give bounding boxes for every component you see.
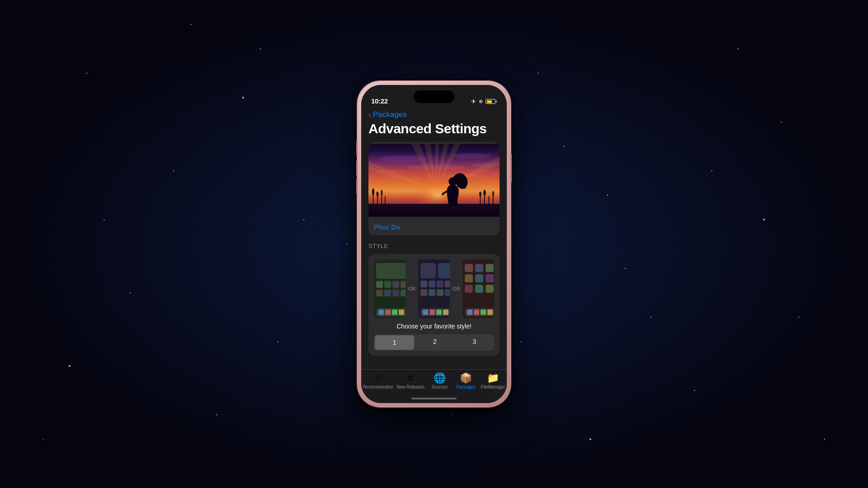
- style-previews: › OR: [374, 259, 494, 318]
- svg-rect-28: [488, 196, 489, 206]
- tab-filemanager[interactable]: 📁 FileManager: [481, 373, 505, 389]
- style-btn-3[interactable]: 3: [455, 334, 494, 351]
- tab-sources[interactable]: 🌐 Sources: [428, 373, 451, 389]
- svg-rect-64: [443, 310, 448, 315]
- status-icons: ✈ ⊕: [471, 98, 497, 105]
- svg-rect-58: [437, 289, 443, 296]
- style-preview-3[interactable]: [462, 259, 494, 318]
- style-card: › OR: [368, 254, 500, 356]
- hero-image: [368, 142, 500, 219]
- svg-rect-19: [377, 195, 378, 206]
- battery-tip: [496, 100, 497, 103]
- back-chevron-icon: ‹: [368, 111, 371, 119]
- svg-rect-68: [486, 264, 494, 272]
- svg-rect-23: [385, 196, 386, 206]
- svg-rect-70: [475, 274, 483, 282]
- svg-rect-71: [486, 274, 494, 282]
- battery-icon: [486, 99, 497, 104]
- filemanager-label: FileManager: [481, 385, 505, 389]
- airplane-icon: ✈: [471, 98, 476, 105]
- home-indicator: [411, 398, 457, 399]
- svg-rect-34: [376, 281, 383, 288]
- style-preview-1[interactable]: ›: [374, 259, 406, 318]
- svg-rect-62: [429, 310, 435, 315]
- status-time: 10:22: [371, 97, 388, 105]
- svg-rect-72: [465, 285, 473, 293]
- packages-icon: 📦: [460, 373, 472, 383]
- scroll-area[interactable]: ‹ Packages Advanced Settings: [361, 108, 507, 369]
- svg-rect-38: [376, 290, 383, 296]
- style-preview-2[interactable]: [418, 259, 450, 318]
- svg-rect-50: [420, 263, 436, 278]
- back-label[interactable]: Packages: [373, 110, 407, 119]
- svg-rect-52: [420, 281, 427, 287]
- svg-rect-45: [392, 310, 397, 315]
- svg-rect-40: [392, 290, 399, 296]
- hero-card: Phuc Do: [368, 142, 500, 235]
- svg-point-27: [483, 190, 486, 196]
- svg-rect-29: [493, 195, 494, 206]
- style-caption: Choose your favorite style!: [374, 323, 494, 330]
- packages-label: Packages: [456, 385, 475, 389]
- svg-point-11: [407, 165, 467, 170]
- battery-body: [486, 99, 495, 104]
- svg-rect-73: [475, 285, 483, 293]
- svg-rect-77: [474, 310, 479, 315]
- svg-rect-39: [384, 290, 391, 296]
- phone-frame: 10:22 ✈ ⊕ ‹ Packa: [358, 81, 510, 407]
- svg-rect-69: [465, 274, 473, 282]
- svg-point-22: [381, 190, 382, 196]
- filemanager-icon: 📁: [487, 373, 499, 383]
- svg-rect-59: [445, 289, 450, 296]
- svg-rect-41: [401, 290, 406, 296]
- svg-rect-56: [420, 289, 427, 296]
- page-title: Advanced Settings: [361, 119, 507, 142]
- back-navigation[interactable]: ‹ Packages: [361, 108, 507, 119]
- sunset-illustration: [368, 142, 500, 219]
- sources-label: Sources: [431, 385, 447, 389]
- svg-rect-44: [385, 310, 391, 315]
- svg-rect-46: [399, 310, 404, 315]
- battery-fill: [487, 100, 492, 103]
- wifi-icon: ⊕: [479, 99, 483, 104]
- new-releases-label: New Releases: [396, 385, 425, 389]
- svg-rect-36: [392, 281, 399, 288]
- hero-author-link[interactable]: Phuc Do: [368, 219, 500, 235]
- svg-point-10: [452, 153, 491, 158]
- svg-rect-67: [475, 264, 483, 272]
- tab-new-releases[interactable]: ≡ New Releases: [396, 373, 425, 389]
- svg-rect-35: [384, 281, 391, 288]
- svg-rect-66: [465, 264, 473, 272]
- svg-rect-24: [480, 195, 481, 206]
- svg-point-12: [375, 170, 405, 174]
- svg-rect-79: [487, 310, 493, 315]
- svg-rect-78: [481, 310, 486, 315]
- svg-point-20: [377, 192, 379, 197]
- svg-rect-26: [484, 194, 485, 206]
- tab-packages[interactable]: 📦 Packages: [454, 373, 477, 389]
- tab-recommended[interactable]: ☆ Recommended: [363, 373, 393, 389]
- or-label-2: OR: [453, 286, 460, 291]
- svg-rect-54: [437, 281, 443, 287]
- svg-rect-21: [381, 194, 382, 206]
- svg-point-30: [492, 191, 494, 196]
- style-btn-2[interactable]: 2: [415, 334, 454, 351]
- dynamic-island: [414, 90, 454, 103]
- svg-rect-63: [436, 310, 442, 315]
- style-section: STYLE: [361, 235, 507, 356]
- svg-point-18: [372, 188, 375, 195]
- new-releases-icon: ≡: [407, 373, 413, 383]
- svg-point-9: [379, 155, 426, 162]
- svg-rect-33: [376, 263, 406, 279]
- sources-icon: 🌐: [434, 373, 446, 383]
- svg-rect-51: [438, 263, 450, 278]
- style-section-label: STYLE: [368, 243, 500, 249]
- svg-point-13: [471, 163, 497, 167]
- recommended-icon: ☆: [373, 373, 382, 383]
- svg-rect-53: [429, 281, 435, 287]
- phone-screen: 10:22 ✈ ⊕ ‹ Packa: [361, 85, 507, 403]
- style-btn-1[interactable]: 1: [375, 335, 414, 350]
- svg-rect-76: [467, 310, 472, 315]
- style-button-group: 1 2 3: [374, 334, 494, 351]
- svg-rect-57: [429, 289, 435, 296]
